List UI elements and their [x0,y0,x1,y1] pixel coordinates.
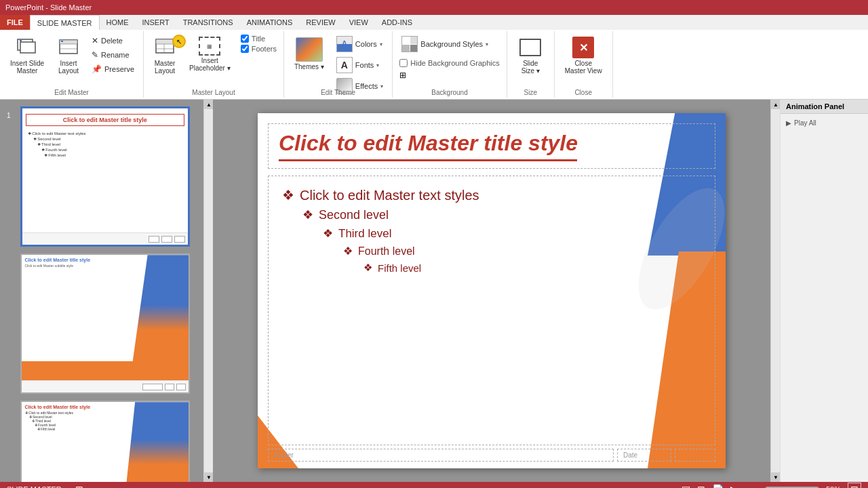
title-check[interactable]: Title [238,34,279,43]
body-text-level2: Second level [319,208,389,222]
slide-2-content: Click to edit Master title style Click t… [22,255,189,380]
tab-slide-master[interactable]: SLIDE MASTER [30,15,100,30]
footers-check[interactable]: Footers [238,44,279,54]
insert-layout-button[interactable]: InsertLayout [52,34,85,77]
slide-2-toolbar-item3[interactable] [176,384,186,390]
footers-check-label: Footers [252,45,277,53]
fonts-button[interactable]: A Fonts ▾ [332,55,388,75]
ribbon-group-background: Background Styles ▾ Hide Background Grap… [393,31,507,98]
slide-3-content: Click to edit Master title style ❖ Click… [22,402,189,482]
insert-slide-master-icon [16,37,38,58]
slide-2-toolbar-item[interactable] [142,384,163,390]
slide-1-item-4: ❖ Fourth level [41,147,182,152]
status-icon[interactable]: ⊞ [75,484,83,488]
footers-checkbox[interactable] [241,45,249,53]
tab-add-ins[interactable]: ADD-INS [375,15,419,30]
slide-thumb-2[interactable]: Click to edit Master title style Click t… [20,253,190,394]
edit-master-label: Edit Master [0,89,143,96]
slide-2-toolbar-item2[interactable] [165,384,174,390]
tab-file[interactable]: FILE [0,15,30,30]
tab-review[interactable]: REVIEW [299,15,342,30]
slide-thumb-1[interactable]: Click to edit Master title style ❖ Click… [20,106,190,247]
insert-layout-label: InsertLayout [58,60,79,75]
delete-icon: ✕ [92,36,98,45]
canvas-scrollbar-v[interactable]: ▲ ▼ [770,100,780,482]
canvas-scroll-up[interactable]: ▲ [771,100,781,109]
scrollbar-down[interactable]: ▼ [204,472,214,482]
play-icon: ▶ [786,119,791,127]
background-styles-icon [401,36,418,52]
slide-1-toolbar-item[interactable] [149,236,159,243]
hide-bg-graphics-checkbox[interactable] [399,59,408,67]
close-master-icon: ✕ [572,37,594,58]
title-checkbox[interactable] [241,35,249,43]
tab-home[interactable]: HOME [100,15,136,30]
layout-buttons-col: InsertLayout [52,34,85,77]
canvas-body-area[interactable]: ❖ Click to edit Master text styles ❖ Sec… [268,176,715,445]
edit-theme-group-label: Edit Theme [284,89,392,96]
preserve-button[interactable]: 📌 Preserve [87,62,139,76]
insert-placeholder-button[interactable]: ▦ InsertPlaceholder ▾ [183,34,237,75]
slide-2-container: 2 Click to edit Master title style Click… [3,253,200,394]
insert-slide-master-button[interactable]: Insert SlideMaster [4,34,50,77]
canvas-scroll-down[interactable]: ▼ [771,472,781,482]
rename-button[interactable]: ✎ Rename [87,48,139,62]
slide-2-inner: Click to edit Master title style Click t… [22,255,189,380]
tab-insert[interactable]: INSERT [136,15,176,30]
animation-panel-header: Animation Panel [781,100,868,114]
master-layout-group-label: Master Layout [144,89,283,96]
background-dialog-launcher[interactable]: ⊞ [399,70,409,80]
scrollbar-up[interactable]: ▲ [204,100,214,109]
body-text-level1: Click to edit Master text styles [300,188,479,203]
slide-1-item-3: ❖ Third level [37,142,182,146]
close-master-view-button[interactable]: ✕ CloseMaster View [559,34,608,77]
play-all-button[interactable]: ▶ Play All [784,117,865,129]
view-normal-icon[interactable]: ▣ [682,484,690,488]
fonts-dropdown-arrow: ▾ [376,62,379,68]
canvas-date-box[interactable]: Date [617,449,671,462]
view-reading-icon[interactable]: 📄 [712,484,724,488]
ribbon-tabs: FILE SLIDE MASTER HOME INSERT TRANSITION… [0,15,868,30]
background-content: Background Styles ▾ Hide Background Grap… [397,34,502,96]
title-footers-col: Title Footers [238,34,279,54]
zoom-fit-icon[interactable]: ⊡ [848,483,861,488]
tab-view[interactable]: VIEW [342,15,375,30]
ribbon-group-master-layout: ↖ MasterLayout ▦ InsertPlaceholder ▾ Tit… [144,31,284,98]
slide-size-button[interactable]: SlideSize ▾ [513,34,547,77]
canvas-page-box[interactable] [675,449,715,462]
animation-panel-body: ▶ Play All [781,114,868,482]
zoom-level: — [751,486,758,489]
view-slideshow-icon[interactable]: ▶ [730,484,738,488]
canvas-footer-box[interactable]: Footer [268,449,614,462]
tab-transitions[interactable]: TRANSITIONS [176,15,240,30]
slide-panel-scrollbar[interactable]: ▲ ▼ [203,100,213,482]
tab-animations[interactable]: ANIMATIONS [240,15,300,30]
slide-canvas[interactable]: Click to edit Master title style ❖ Click… [258,113,726,468]
canvas-title-area[interactable]: Click to edit Master title style [268,123,715,169]
main-area: 1 Click to edit Master title style ❖ Cli… [0,100,868,482]
canvas-title-text: Click to edit Master title style [279,131,705,156]
status-bar: SLIDE MASTER ⊞ ▣ ⊞ 📄 ▶ — 50% ⊡ [0,482,868,488]
canvas-body-level4: ❖ Fourth level [343,245,701,258]
themes-button[interactable]: Themes ▾ [288,34,330,74]
slide-size-label: SlideSize ▾ [521,60,540,75]
slide-1-toolbar-item3[interactable] [174,236,185,243]
bullet-level2: ❖ [302,207,313,222]
cursor-pointer: ↖ [172,35,186,48]
background-styles-button[interactable]: Background Styles ▾ [397,34,493,54]
slide-1-item-2: ❖ Second level [33,136,182,141]
colors-button[interactable]: A Colors ▾ [332,34,388,54]
slide-1-toolbar-item2[interactable] [161,236,172,243]
status-bar-right: ▣ ⊞ 📄 ▶ — 50% ⊡ [682,483,861,488]
view-sorter-icon[interactable]: ⊞ [697,484,705,488]
background-group-label: Background [393,89,506,96]
insert-placeholder-label: InsertPlaceholder ▾ [189,57,231,72]
slide-thumb-3[interactable]: Click to edit Master title style ❖ Click… [20,401,190,482]
size-content: SlideSize ▾ [513,34,547,96]
body-text-level4: Fourth level [358,245,415,258]
insert-slide-master-label: Insert SlideMaster [10,60,44,75]
delete-button[interactable]: ✕ Delete [87,34,139,47]
hide-bg-graphics-check[interactable]: Hide Background Graphics [397,58,502,68]
insert-buttons-col: Insert SlideMaster [4,34,50,77]
slide-2-toolbar [22,380,189,392]
